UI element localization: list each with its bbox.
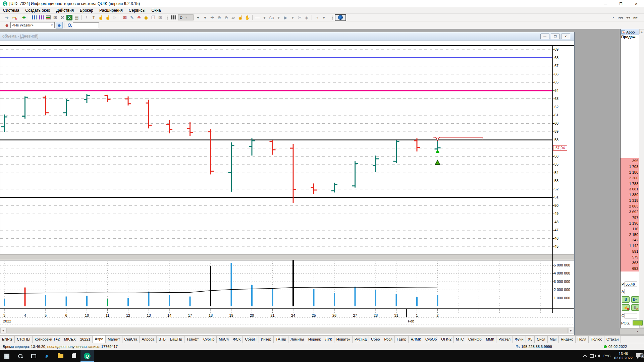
text-tool-icon[interactable]: Aa	[268, 14, 275, 21]
sell-volume-cell[interactable]: 579	[621, 254, 640, 260]
taskbar-clock[interactable]: 13:46 02.02.2022	[614, 352, 633, 360]
tab-ММК[interactable]: ММК	[484, 336, 497, 343]
search-input[interactable]	[73, 22, 99, 28]
sell-volume-cell[interactable]: 1 190	[621, 221, 640, 226]
tab-СетиОб[interactable]: СетиОб	[466, 336, 484, 343]
menu-1[interactable]: Система	[0, 7, 22, 14]
scroll-right-icon[interactable]: ►	[568, 328, 574, 334]
mail-icon[interactable]: ✉	[157, 14, 164, 21]
sell-volume-cell[interactable]: 1 788	[621, 181, 640, 187]
menu-7[interactable]: Окна	[149, 7, 164, 14]
order-book-scrollbar[interactable]: ▲ ▼	[639, 29, 644, 328]
new-order-icon[interactable]: ✉	[121, 14, 128, 21]
menu-2[interactable]: Создать окно	[22, 7, 53, 14]
arc-tool-icon[interactable]: ∩	[313, 14, 320, 21]
nav-first-icon[interactable]: |◀◀	[616, 14, 624, 21]
toolbar-grip[interactable]	[332, 15, 334, 20]
sell-volume-cell[interactable]: 3 081	[621, 186, 640, 192]
tab-Магнит[interactable]: Магнит	[106, 336, 122, 343]
close-search-icon[interactable]: ✕	[610, 14, 616, 21]
order-edit-icon[interactable]: ✎	[128, 14, 136, 21]
start-button[interactable]	[0, 350, 13, 362]
line-tool-icon[interactable]: —	[254, 14, 261, 21]
line-tool-arrow-icon[interactable]: ▾	[261, 14, 268, 21]
chart-restore-button[interactable]: ❐	[551, 34, 560, 39]
tab-Поля[interactable]: Поля	[576, 336, 589, 343]
tab-Интер[interactable]: Интер	[259, 336, 274, 343]
sell-volume-cell[interactable]: 3 692	[621, 209, 640, 215]
tab-ФСК[interactable]: ФСК	[231, 336, 243, 343]
chart-type-icon[interactable]	[170, 14, 177, 21]
tab-Рося[interactable]: Рося	[382, 336, 394, 343]
quotes-table-icon[interactable]	[45, 14, 52, 21]
tab-Норник[interactable]: Норник	[306, 336, 323, 343]
money-icon[interactable]: ◉	[143, 14, 150, 21]
tab-Х5[interactable]: Х5	[526, 336, 535, 343]
world-markets-button[interactable]	[335, 14, 346, 21]
minimize-button[interactable]: —	[598, 0, 613, 7]
text-label-icon[interactable]: T	[90, 14, 97, 21]
chart-scrollbar[interactable]: ◄ ►	[0, 327, 574, 334]
sell-volume-cell[interactable]: 797	[621, 215, 640, 221]
connect-arrow-icon[interactable]: ➜	[3, 14, 10, 21]
amount-input[interactable]	[625, 289, 637, 294]
sell-volume-cell[interactable]: 1 318	[621, 198, 640, 203]
menu-3[interactable]: Действия	[53, 7, 77, 14]
alert-icon[interactable]: !	[83, 14, 90, 21]
eraser-icon[interactable]: ▱	[230, 14, 237, 21]
sell-volume-cell[interactable]: 2 150	[621, 232, 640, 238]
client-select[interactable]: <Не указан> ∨	[10, 22, 55, 28]
tab-Полюс[interactable]: Полюс	[589, 336, 604, 343]
tab-Яндекс[interactable]: Яндекс	[559, 336, 576, 343]
tab-Сбер[interactable]: Сбер	[369, 336, 382, 343]
chart-window-icon[interactable]	[38, 14, 45, 21]
sell-volume-cell[interactable]: 1 180	[621, 170, 640, 175]
pointer-hand-disabled-icon[interactable]: ☝	[104, 14, 111, 21]
tab-ENPG[interactable]: ENPG	[0, 336, 15, 343]
tab-Стакан[interactable]: Стакан	[604, 336, 621, 343]
store-taskbar-button[interactable]	[67, 350, 80, 362]
chart-canvas[interactable]	[0, 41, 574, 335]
tab-ОГК-2[interactable]: ОГК-2	[439, 336, 454, 343]
toolbar-grip[interactable]	[1, 22, 2, 28]
text-tool-arrow-icon[interactable]: ▾	[275, 14, 282, 21]
drag-hand-icon[interactable]: ✋	[244, 14, 251, 21]
tab-Алроса[interactable]: Алроса	[140, 336, 157, 343]
add-indicator-arrow-icon[interactable]: ▾	[202, 14, 209, 21]
maximize-button[interactable]: ❐	[613, 0, 629, 7]
sell-volume-cell[interactable]: 591	[621, 249, 640, 254]
tab-СурПр[interactable]: СурПр	[201, 336, 217, 343]
hands-disabled-icon[interactable]: ☞	[111, 14, 118, 21]
sell-volume-cell[interactable]: 1 389	[621, 192, 640, 198]
tab-ЛУК[interactable]: ЛУК	[323, 336, 334, 343]
taskbar-search-button[interactable]	[13, 350, 27, 362]
tab-Сися[interactable]: Сися	[535, 336, 548, 343]
clipboard-icon[interactable]: ▤	[73, 14, 80, 21]
tab-Газпр[interactable]: Газпр	[395, 336, 409, 343]
toolbar-grip[interactable]	[167, 15, 169, 20]
tab-СберП[interactable]: СберП	[243, 336, 259, 343]
chart-close-button[interactable]: ✕	[561, 34, 570, 39]
table-settings-icon[interactable]: ⚒	[59, 14, 66, 21]
excel-export-icon[interactable]: X	[66, 15, 72, 20]
chart-minimize-button[interactable]: —	[540, 34, 549, 39]
tray-display-icon[interactable]	[590, 354, 594, 358]
period-selector[interactable]: D∨	[178, 14, 194, 20]
explorer-taskbar-button[interactable]	[54, 350, 67, 362]
cancel-order-button[interactable]: ☝✕	[622, 304, 630, 311]
new-table-icon[interactable]: ✚	[20, 14, 28, 21]
tab-БашПр[interactable]: БашПр	[168, 336, 184, 343]
quik-taskbar-button[interactable]: Q	[80, 350, 94, 362]
price-input[interactable]: 55,46	[625, 282, 637, 287]
search-icon[interactable]	[66, 22, 73, 28]
tray-speaker-icon[interactable]	[597, 354, 600, 358]
buy-button[interactable]: B	[622, 296, 630, 303]
task-view-button[interactable]	[27, 350, 40, 362]
code-input[interactable]	[625, 313, 637, 318]
strike-tool-icon[interactable]: ✄	[296, 14, 303, 21]
sell-volume-cell[interactable]: 2 863	[621, 203, 640, 209]
close-button[interactable]: ✕	[629, 0, 644, 7]
menu-5[interactable]: Расширения	[96, 7, 126, 14]
sell-volume-cell[interactable]: 363	[621, 260, 640, 266]
play-tool-arrow-icon[interactable]: ▾	[289, 14, 296, 21]
